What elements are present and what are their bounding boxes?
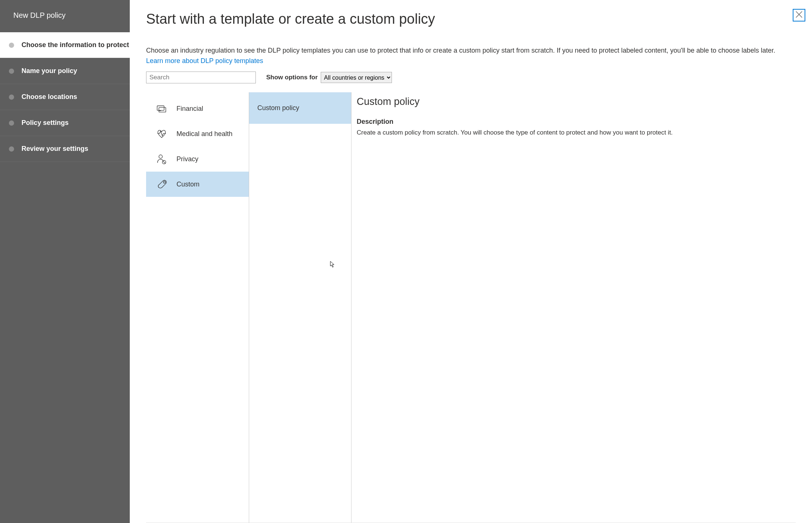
close-button[interactable] (793, 9, 805, 21)
show-options-label: Show options for (266, 74, 318, 81)
detail-column: Custom policy Description Create a custo… (351, 92, 796, 523)
description-text: Create a custom policy from scratch. You… (357, 128, 790, 138)
category-label: Custom (176, 181, 199, 188)
step-choose-info[interactable]: Choose the information to protect (0, 32, 130, 58)
step-indicator-icon (9, 43, 14, 48)
page-title: Start with a template or create a custom… (146, 11, 796, 27)
svg-point-3 (159, 155, 162, 158)
region-select[interactable]: All countries or regions (321, 72, 392, 83)
step-name-policy[interactable]: Name your policy (0, 58, 130, 84)
step-review[interactable]: Review your settings (0, 136, 130, 162)
svg-rect-0 (157, 106, 164, 110)
step-label: Review your settings (22, 145, 88, 153)
step-indicator-icon (9, 69, 14, 74)
cursor-icon (330, 261, 335, 268)
custom-icon (156, 178, 168, 190)
close-icon (795, 10, 803, 20)
wizard-title: New DLP policy (0, 0, 130, 32)
template-custom-policy[interactable]: Custom policy (249, 92, 351, 124)
step-label: Name your policy (22, 67, 77, 75)
search-input[interactable] (146, 72, 256, 83)
step-choose-locations[interactable]: Choose locations (0, 84, 130, 110)
category-custom[interactable]: Custom (146, 172, 249, 197)
intro-text: Choose an industry regulation to see the… (146, 46, 796, 56)
step-label: Choose the information to protect (22, 41, 129, 49)
description-label: Description (357, 118, 790, 126)
medical-icon (156, 128, 168, 140)
step-indicator-icon (9, 95, 14, 100)
svg-rect-1 (159, 107, 166, 112)
financial-icon (156, 103, 168, 115)
template-column: Custom policy (249, 92, 351, 523)
step-label: Choose locations (22, 93, 77, 101)
template-label: Custom policy (257, 104, 299, 112)
privacy-icon (156, 153, 168, 165)
step-indicator-icon (9, 120, 14, 126)
category-medical[interactable]: Medical and health (146, 121, 249, 146)
step-label: Policy settings (22, 119, 69, 127)
category-label: Financial (176, 105, 203, 113)
category-financial[interactable]: Financial (146, 96, 249, 121)
wizard-sidebar: New DLP policy Choose the information to… (0, 0, 130, 523)
detail-title: Custom policy (357, 96, 790, 107)
category-label: Medical and health (176, 130, 232, 138)
svg-line-5 (163, 161, 166, 164)
main-panel: Start with a template or create a custom… (130, 0, 812, 523)
svg-point-6 (164, 181, 166, 183)
category-privacy[interactable]: Privacy (146, 146, 249, 172)
category-label: Privacy (176, 155, 198, 163)
learn-more-link[interactable]: Learn more about DLP policy templates (146, 57, 796, 65)
category-column: Financial Medical and health Privacy (146, 92, 249, 523)
step-policy-settings[interactable]: Policy settings (0, 110, 130, 136)
step-indicator-icon (9, 146, 14, 152)
